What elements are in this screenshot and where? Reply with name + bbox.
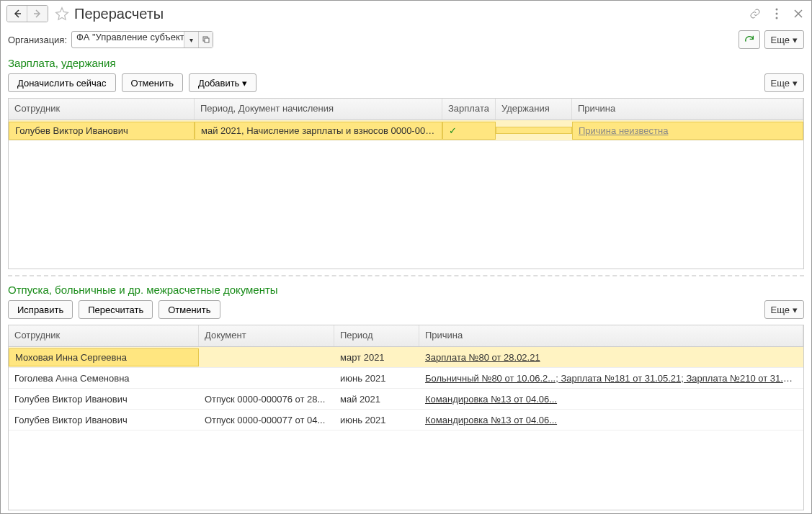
more-label: Еще: [771, 35, 790, 45]
cell-reason[interactable]: Больничный №80 от 10.06.2...; Зарплата №…: [419, 370, 803, 387]
chevron-down-icon: ▾: [242, 78, 247, 89]
table-row[interactable]: Голубев Виктор Иванович май 2021, Начисл…: [9, 120, 803, 141]
cell-reason[interactable]: Командировка №13 от 04.06...: [419, 391, 803, 407]
col-employee[interactable]: Сотрудник: [9, 99, 195, 120]
organization-combo[interactable]: ФА "Управление субъекта ▾: [71, 31, 213, 48]
section2-title: Отпуска, больничные и др. межрасчетные д…: [1, 279, 811, 297]
kebab-menu-icon[interactable]: [769, 6, 784, 21]
col-reason[interactable]: Причина: [572, 99, 803, 120]
add-button[interactable]: Добавить▾: [189, 73, 256, 92]
grid1-header: Сотрудник Период, Документ начисления За…: [9, 99, 803, 120]
col-employee[interactable]: Сотрудник: [9, 325, 199, 346]
chevron-down-icon: ▾: [793, 305, 798, 315]
cell-period: июнь 2021: [334, 370, 419, 387]
add-label: Добавить: [198, 78, 239, 89]
col-period[interactable]: Период: [334, 325, 419, 346]
more-button-top[interactable]: Еще▾: [764, 30, 804, 49]
nav-forward-button[interactable]: [27, 6, 48, 22]
page-title: Перерасчеты: [74, 6, 748, 22]
cell-salary: ✓: [442, 122, 496, 140]
refresh-button[interactable]: [739, 30, 760, 49]
favorite-star-icon[interactable]: [54, 6, 70, 22]
svg-point-0: [776, 9, 778, 11]
more-label: Еще: [771, 78, 790, 89]
table-row[interactable]: Гоголева Анна Семеновнаиюнь 2021Больничн…: [9, 368, 803, 389]
link-icon[interactable]: [748, 6, 762, 21]
organization-label: Организация:: [8, 35, 67, 45]
cell-employee: Голубев Виктор Иванович: [9, 122, 195, 140]
cancel-button-2[interactable]: Отменить: [159, 300, 220, 319]
col-salary[interactable]: Зарплата: [442, 99, 496, 120]
svg-point-1: [776, 13, 778, 15]
col-reason[interactable]: Причина: [419, 325, 803, 346]
cell-document: Отпуск 0000-000077 от 04...: [199, 412, 334, 428]
organization-value[interactable]: ФА "Управление субъекта: [72, 32, 184, 48]
check-icon: ✓: [449, 125, 457, 136]
table-row[interactable]: Голубев Виктор ИвановичОтпуск 0000-00007…: [9, 410, 803, 430]
cell-reason[interactable]: Зарплата №80 от 28.02.21: [419, 349, 803, 366]
cell-document: [199, 375, 334, 381]
nav-back-button[interactable]: [7, 6, 27, 22]
cell-employee: Гоголева Анна Семеновна: [9, 370, 199, 387]
recalculate-button[interactable]: Пересчитать: [79, 300, 153, 319]
section1-title: Зарплата, удержания: [1, 53, 811, 71]
cell-period-doc: май 2021, Начисление зарплаты и взносов …: [195, 122, 442, 140]
cell-period: май 2021: [334, 391, 419, 407]
cell-document: [199, 354, 334, 360]
combo-dropdown-button[interactable]: ▾: [184, 32, 198, 48]
section-divider: [8, 275, 804, 276]
cancel-button-1[interactable]: Отменить: [122, 73, 183, 92]
svg-point-2: [776, 17, 778, 19]
chevron-down-icon: ▾: [793, 35, 798, 45]
grid-salary: Сотрудник Период, Документ начисления За…: [8, 98, 804, 269]
cell-reason[interactable]: Командировка №13 от 04.06...: [419, 412, 803, 428]
cell-period: март 2021: [334, 349, 419, 366]
table-row[interactable]: Голубев Виктор ИвановичОтпуск 0000-00007…: [9, 389, 803, 410]
refresh-icon: [744, 34, 755, 45]
more-button-section2[interactable]: Еще▾: [764, 300, 804, 319]
more-button-section1[interactable]: Еще▾: [764, 73, 804, 92]
open-icon: [202, 36, 210, 43]
more-label: Еще: [771, 305, 790, 315]
col-period-doc[interactable]: Период, Документ начисления: [195, 99, 442, 120]
cell-employee: Голубев Виктор Иванович: [9, 412, 199, 428]
grid2-header: Сотрудник Документ Период Причина: [9, 325, 803, 347]
arrow-left-icon: [13, 9, 22, 18]
chevron-down-icon: ▾: [793, 78, 798, 89]
svg-rect-4: [205, 38, 209, 42]
table-row[interactable]: Моховая Инна Сергеевнамарт 2021Зарплата …: [9, 347, 803, 368]
cell-employee: Моховая Инна Сергеевна: [9, 348, 199, 366]
col-deductions[interactable]: Удержания: [496, 99, 572, 120]
cell-document: Отпуск 0000-000076 от 28...: [199, 391, 334, 407]
cell-period: июнь 2021: [334, 412, 419, 428]
grid-vacations: Сотрудник Документ Период Причина Мохова…: [8, 325, 804, 510]
cell-deductions: [496, 127, 572, 134]
cell-employee: Голубев Виктор Иванович: [9, 391, 199, 407]
arrow-right-icon: [33, 9, 42, 18]
cell-reason[interactable]: Причина неизвестна: [572, 122, 803, 140]
combo-open-button[interactable]: [198, 32, 213, 48]
fix-button[interactable]: Исправить: [8, 300, 73, 319]
recalc-now-button[interactable]: Доначислить сейчас: [8, 73, 116, 92]
col-document[interactable]: Документ: [199, 325, 334, 346]
close-icon[interactable]: [791, 6, 806, 21]
